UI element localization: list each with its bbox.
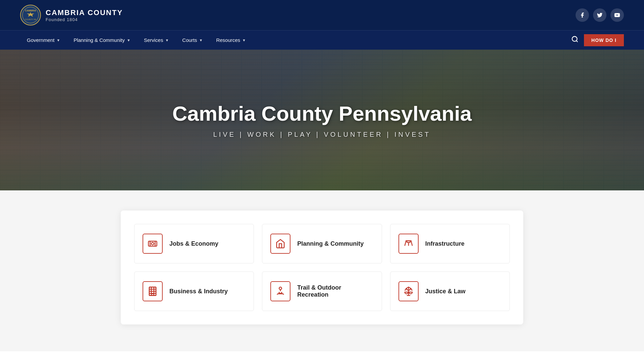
youtube-button[interactable]	[610, 8, 624, 22]
site-header: CAMBRIA COUNTY PA Cambria County Founded…	[0, 0, 644, 30]
logo[interactable]: CAMBRIA COUNTY PA Cambria County Founded…	[20, 5, 123, 25]
road-icon	[404, 239, 414, 249]
twitter-button[interactable]	[593, 8, 606, 22]
site-name: Cambria County	[46, 8, 123, 17]
chevron-down-icon: ▼	[165, 38, 169, 42]
facebook-icon	[579, 12, 585, 18]
building-icon	[148, 286, 158, 296]
card-trail-outdoor[interactable]: Trail & Outdoor Recreation	[262, 272, 382, 311]
facebook-button[interactable]	[576, 8, 589, 22]
cards-grid: Jobs & Economy Planning & Community	[134, 224, 510, 311]
svg-text:CAMBRIA: CAMBRIA	[25, 9, 36, 12]
hero-content: Cambria County Pennsylvania LIVE | WORK …	[172, 102, 472, 138]
chevron-down-icon: ▼	[57, 38, 60, 42]
business-industry-label: Business & Industry	[169, 288, 228, 295]
card-jobs-economy[interactable]: Jobs & Economy	[134, 224, 254, 263]
hero-subtitle: LIVE | WORK | PLAY | VOLUNTEER | INVEST	[172, 131, 472, 138]
search-button[interactable]	[571, 36, 579, 45]
svg-rect-12	[407, 241, 410, 242]
svg-point-31	[279, 287, 282, 290]
chevron-down-icon: ▼	[242, 38, 246, 42]
cards-section: Jobs & Economy Planning & Community	[0, 190, 644, 351]
site-founded: Founded 1804	[46, 17, 123, 22]
scales-icon	[404, 286, 414, 296]
jobs-economy-icon-box	[143, 234, 163, 254]
nav-right: HOW DO I	[571, 34, 624, 46]
nav-item-planning-community[interactable]: Planning & Community ▼	[67, 31, 137, 50]
nav-item-courts[interactable]: Courts ▼	[175, 31, 209, 50]
money-icon	[148, 239, 158, 249]
nav-item-government[interactable]: Government ▼	[20, 31, 67, 50]
main-nav: Government ▼ Planning & Community ▼ Serv…	[0, 30, 644, 50]
planning-community-icon-box	[270, 234, 290, 254]
trail-outdoor-label: Trail & Outdoor Recreation	[297, 284, 373, 298]
business-industry-icon-box	[143, 281, 163, 301]
social-links	[576, 8, 624, 22]
justice-law-label: Justice & Law	[425, 288, 466, 295]
planning-community-label: Planning & Community	[297, 240, 364, 247]
trail-icon	[275, 286, 285, 296]
svg-point-11	[151, 242, 154, 245]
cards-wrapper: Jobs & Economy Planning & Community	[121, 210, 523, 324]
county-seal: CAMBRIA COUNTY PA	[20, 5, 41, 25]
card-infrastructure[interactable]: Infrastructure	[390, 224, 510, 263]
infrastructure-icon-box	[398, 234, 419, 254]
twitter-icon	[597, 12, 603, 18]
logo-text: Cambria County Founded 1804	[46, 8, 123, 22]
search-icon	[571, 36, 579, 43]
card-business-industry[interactable]: Business & Industry	[134, 272, 254, 311]
nav-item-services[interactable]: Services ▼	[137, 31, 175, 50]
card-justice-law[interactable]: Justice & Law	[390, 272, 510, 311]
chevron-down-icon: ▼	[127, 38, 130, 42]
justice-law-icon-box	[398, 281, 419, 301]
house-icon	[275, 239, 285, 249]
youtube-icon	[614, 12, 620, 18]
svg-point-5	[572, 37, 577, 42]
infrastructure-label: Infrastructure	[425, 240, 465, 247]
how-do-i-button[interactable]: HOW DO I	[584, 34, 624, 46]
chevron-down-icon: ▼	[199, 38, 203, 42]
card-planning-community[interactable]: Planning & Community	[262, 224, 382, 263]
trail-outdoor-icon-box	[270, 281, 290, 301]
svg-text:COUNTY PA: COUNTY PA	[25, 18, 36, 20]
jobs-economy-label: Jobs & Economy	[169, 240, 218, 247]
svg-line-6	[576, 41, 578, 42]
hero-title: Cambria County Pennsylvania	[172, 102, 472, 125]
nav-item-resources[interactable]: Resources ▼	[209, 31, 253, 50]
hero-section: Cambria County Pennsylvania LIVE | WORK …	[0, 50, 644, 190]
nav-links: Government ▼ Planning & Community ▼ Serv…	[20, 31, 253, 50]
